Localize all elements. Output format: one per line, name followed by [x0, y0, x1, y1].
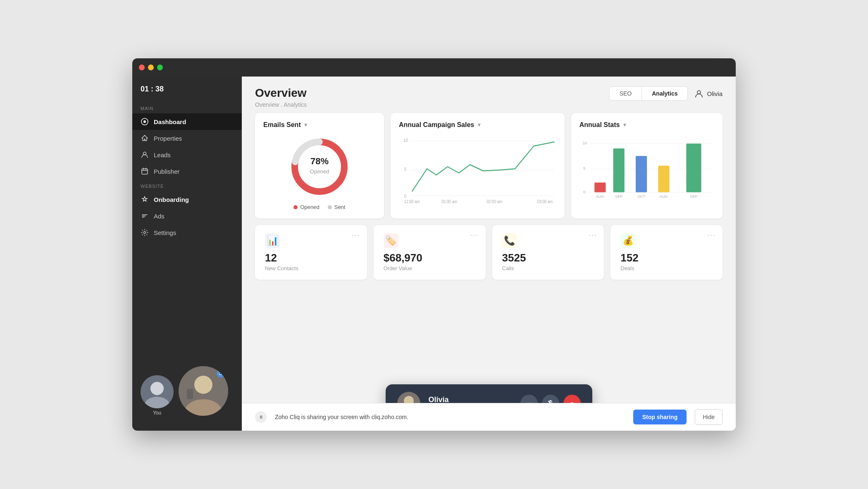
svg-text:03:00 am: 03:00 am	[537, 199, 553, 204]
svg-text:10: 10	[582, 141, 587, 145]
stat-label-deals: Deals	[620, 265, 713, 271]
share-bar-text: Zoho Cliq is sharing your screen with cl…	[275, 414, 625, 420]
sidebar-item-label: Ads	[154, 213, 165, 220]
tab-buttons: SEO Analytics	[609, 86, 688, 101]
user-info: Olivia	[694, 89, 723, 98]
section-main-label: MAIN	[132, 102, 242, 113]
properties-icon	[141, 134, 149, 142]
charts-row: Emails Sent ▼ 78%	[242, 113, 736, 225]
svg-text:0: 0	[583, 189, 586, 194]
leads-icon	[141, 151, 149, 159]
svg-text:0: 0	[404, 194, 407, 199]
emails-sent-title: Emails Sent ▼	[263, 121, 376, 129]
stat-icon-contacts: 📊	[265, 233, 280, 248]
title-bar	[132, 58, 736, 77]
close-button[interactable]	[139, 65, 145, 70]
sidebar-item-label: Leads	[154, 151, 171, 158]
onboarding-icon	[141, 195, 149, 204]
bar-chart-container: 10 5 0 AUG	[579, 134, 714, 200]
stat-dots-contacts[interactable]: ···	[352, 231, 360, 240]
svg-point-4	[144, 232, 146, 234]
svg-rect-11	[187, 389, 193, 399]
stat-dots-deals[interactable]: ···	[707, 231, 716, 240]
sidebar-item-label: Properties	[154, 135, 182, 142]
avatar-you-label: You	[153, 410, 161, 416]
hide-button[interactable]: Hide	[695, 409, 723, 425]
settings-icon	[141, 228, 149, 237]
line-chart-container: 10 5 0 12:00 am 01:00 am	[399, 134, 556, 200]
stat-dots-order[interactable]: ···	[470, 231, 479, 240]
breadcrumb: Overview . Analytics	[255, 101, 307, 108]
opened-dot	[293, 205, 298, 209]
svg-text:OCT: OCT	[637, 194, 646, 199]
main-header: Overview Overview . Analytics SEO Analyt…	[242, 77, 736, 113]
sidebar-item-leads[interactable]: Leads	[132, 146, 242, 163]
stat-icon-order: 🏷️	[384, 233, 398, 248]
stat-label-contacts: New Contacts	[265, 265, 357, 271]
svg-text:AUG: AUG	[660, 194, 668, 199]
sidebar-item-label: Publisher	[154, 168, 180, 175]
svg-text:12:00 am: 12:00 am	[404, 199, 420, 204]
avatar-you-wrapper: You	[141, 375, 174, 416]
tab-analytics[interactable]: Analytics	[642, 86, 688, 101]
sidebar-item-publisher[interactable]: Publisher	[132, 163, 242, 180]
campaign-sales-dropdown[interactable]: ▼	[477, 122, 482, 128]
svg-text:SEP: SEP	[615, 194, 622, 199]
minimize-button[interactable]	[148, 65, 154, 70]
stat-number-deals: 152	[620, 252, 713, 264]
annual-stats-dropdown[interactable]: ▼	[622, 122, 627, 128]
donut-container: 78% Opened Opened Sent	[263, 134, 376, 210]
svg-text:78%: 78%	[310, 156, 329, 166]
bar-oct-blue	[636, 156, 647, 192]
annual-stats-card: Annual Stats ▼ 10 5 0	[571, 113, 723, 218]
annual-stats-title: Annual Stats ▼	[579, 121, 714, 129]
share-pause-icon: ⏸	[255, 411, 267, 423]
user-icon	[694, 89, 703, 98]
svg-point-6	[150, 382, 164, 395]
line-chart: 10 5 0 12:00 am 01:00 am	[399, 134, 556, 200]
sidebar-item-settings[interactable]: Settings	[132, 224, 242, 241]
stat-number-contacts: 12	[265, 252, 357, 264]
campaign-sales-title: Annual Campaign Sales ▼	[399, 121, 556, 129]
stat-card-calls: ··· 📞 3525 Calls	[492, 225, 604, 280]
avatar-row: You	[132, 360, 242, 422]
emails-sent-dropdown[interactable]: ▼	[303, 122, 308, 128]
page-title: Overview	[255, 86, 307, 100]
legend-opened: Opened	[293, 204, 319, 210]
stat-card-order-value: ··· 🏷️ $68,970 Order Value	[374, 225, 486, 280]
sidebar-clock: 01 : 38	[132, 85, 242, 102]
stop-sharing-button[interactable]: Stop sharing	[633, 410, 687, 424]
header-left: Overview Overview . Analytics	[255, 86, 307, 108]
bar-sep-green2	[686, 144, 701, 192]
svg-text:AUG: AUG	[596, 194, 604, 199]
sidebar-bottom: You	[132, 353, 242, 422]
maximize-button[interactable]	[157, 65, 163, 70]
stat-dots-calls[interactable]: ···	[589, 231, 597, 240]
avatar-you	[141, 375, 174, 408]
sidebar-item-properties[interactable]: Properties	[132, 130, 242, 146]
emails-sent-card: Emails Sent ▼ 78%	[255, 113, 384, 218]
svg-text:02:00 am: 02:00 am	[486, 199, 502, 204]
svg-rect-3	[142, 169, 148, 174]
legend-sent: Sent	[328, 204, 346, 210]
bar-chart: 10 5 0 AUG	[579, 134, 714, 202]
stat-number-order: $68,970	[384, 252, 476, 264]
sidebar-item-dashboard[interactable]: Dashboard	[132, 113, 242, 130]
sidebar-item-ads[interactable]: Ads	[132, 208, 242, 224]
stats-row: ··· 📊 12 New Contacts ··· 🏷️ $68,970 Ord…	[242, 225, 736, 280]
donut-legend: Opened Sent	[293, 204, 345, 210]
header-right: SEO Analytics Olivia	[609, 86, 723, 101]
stat-icon-calls: 📞	[502, 233, 517, 248]
svg-text:5: 5	[404, 167, 407, 172]
publisher-icon	[141, 167, 149, 175]
stat-label-order: Order Value	[384, 265, 476, 271]
bar-aug-red	[594, 182, 606, 192]
sidebar-item-label: Settings	[154, 229, 176, 236]
sidebar-item-onboarding[interactable]: Onboarding	[132, 191, 242, 208]
tab-seo[interactable]: SEO	[609, 86, 642, 101]
svg-text:5: 5	[583, 166, 586, 170]
stat-card-new-contacts: ··· 📊 12 New Contacts	[255, 225, 367, 280]
ads-icon	[141, 212, 149, 220]
svg-point-9	[194, 376, 212, 394]
stat-label-calls: Calls	[502, 265, 594, 271]
